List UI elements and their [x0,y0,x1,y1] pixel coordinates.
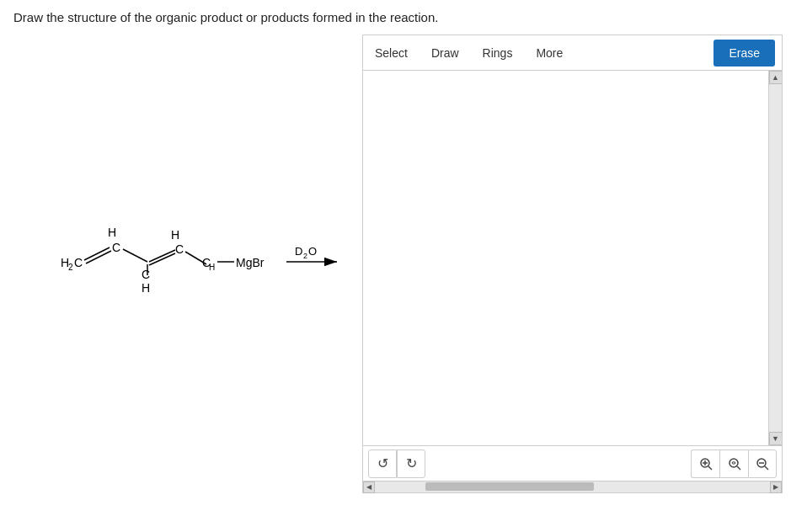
scroll-track-vertical[interactable] [769,84,782,432]
svg-text:C: C [175,242,184,256]
svg-text:H: H [209,263,215,272]
svg-point-29 [730,459,738,467]
svg-line-7 [123,249,147,262]
chemical-structure: H 2 C H C C H H C [17,210,337,319]
select-button[interactable]: Select [363,35,420,70]
zoom-reset-button[interactable] [719,450,748,478]
svg-text:H: H [142,281,150,295]
svg-text:H: H [171,228,179,242]
toolbar: Select Draw Rings More Erase [363,35,782,71]
svg-text:2: 2 [68,263,73,272]
zoom-in-icon [699,457,713,471]
draw-panel: Select Draw Rings More Erase ▲ ▼ ↺ ↻ [362,35,783,493]
svg-text:C: C [74,256,83,269]
horizontal-scrollbar[interactable]: ◀ ▶ [363,481,782,492]
svg-text:MgBr: MgBr [236,256,265,269]
zoom-controls [691,450,777,478]
svg-text:C: C [112,241,120,254]
zoom-out-button[interactable] [748,450,777,478]
svg-text:D: D [295,245,302,258]
more-button[interactable]: More [524,35,575,70]
svg-line-12 [149,253,175,265]
svg-line-11 [149,250,175,262]
scroll-thumb-horizontal[interactable] [425,482,594,491]
svg-line-30 [737,466,740,470]
svg-text:C: C [142,268,150,281]
svg-line-32 [765,466,768,470]
svg-text:2: 2 [303,252,307,260]
rings-button[interactable]: Rings [471,35,525,70]
undo-redo-group: ↺ ↻ [368,450,425,478]
scroll-down-arrow[interactable]: ▼ [769,432,783,445]
left-panel: H 2 C H C C H H C [0,35,354,493]
drawing-canvas[interactable] [363,71,768,445]
zoom-out-icon [756,457,769,471]
scroll-up-arrow[interactable]: ▲ [769,71,783,84]
svg-text:H: H [108,226,116,239]
svg-line-26 [708,466,712,470]
erase-button[interactable]: Erase [714,40,775,66]
svg-text:O: O [308,245,317,258]
redo-button[interactable]: ↻ [397,450,425,478]
draw-button[interactable]: Draw [420,35,471,70]
scroll-right-arrow[interactable]: ▶ [770,481,782,493]
vertical-scrollbar[interactable]: ▲ ▼ [768,71,782,445]
instruction-text: Draw the structure of the organic produc… [0,0,791,35]
undo-button[interactable]: ↺ [368,450,397,478]
bottom-controls: ↺ ↻ [363,445,782,481]
zoom-in-button[interactable] [691,450,719,478]
scroll-track-horizontal[interactable] [375,481,770,492]
zoom-reset-icon [728,457,741,471]
scroll-left-arrow[interactable]: ◀ [363,481,375,493]
